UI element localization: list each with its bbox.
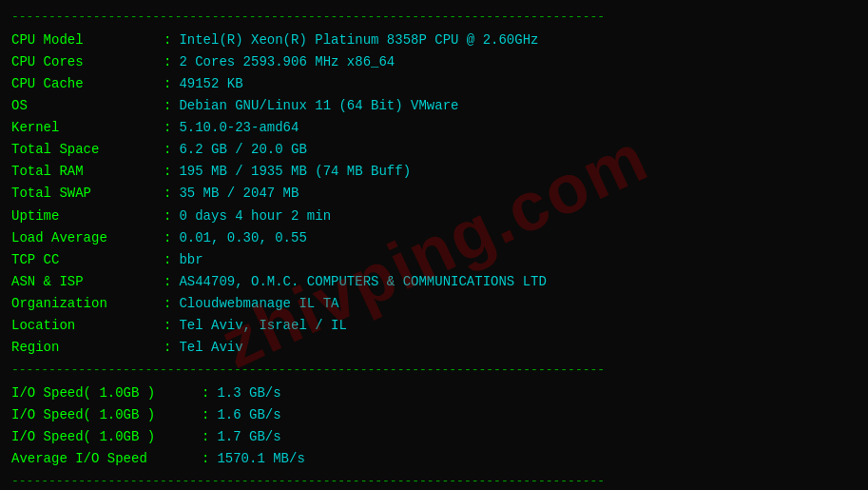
- table-row: TCP CC: bbr: [11, 249, 857, 271]
- row-colon: :: [164, 315, 171, 337]
- row-value: Tel Aviv: [179, 337, 242, 359]
- table-row: ASN & ISP: AS44709, O.M.C. COMPUTERS & C…: [11, 271, 857, 293]
- row-label: TCP CC: [11, 249, 164, 271]
- table-row: Load Average: 0.01, 0.30, 0.55: [11, 227, 857, 249]
- row-colon: :: [164, 51, 171, 73]
- row-value: bbr: [179, 249, 203, 271]
- table-row: Total RAM: 195 MB / 1935 MB (74 MB Buff): [11, 161, 857, 183]
- row-label: Average I/O Speed: [11, 448, 202, 470]
- row-colon: :: [202, 404, 209, 426]
- table-row: Uptime: 0 days 4 hour 2 min: [11, 206, 857, 227]
- row-value: 0.01, 0.30, 0.55: [179, 227, 306, 249]
- row-value: 35 MB / 2047 MB: [179, 183, 299, 205]
- table-row: I/O Speed( 1.0GB ): 1.6 GB/s: [11, 404, 857, 426]
- table-row: Region: Tel Aviv: [11, 337, 857, 359]
- row-label: Region: [11, 337, 164, 359]
- top-divider: ----------------------------------------…: [11, 8, 857, 28]
- row-colon: :: [164, 337, 171, 359]
- row-label: Uptime: [11, 206, 164, 227]
- row-label: Location: [11, 315, 164, 337]
- row-colon: :: [164, 206, 171, 227]
- table-row: Location: Tel Aviv, Israel / IL: [11, 315, 857, 337]
- table-row: I/O Speed( 1.0GB ): 1.7 GB/s: [11, 426, 857, 448]
- row-label: Load Average: [11, 227, 164, 249]
- row-value: AS44709, O.M.C. COMPUTERS & COMMUNICATIO…: [179, 271, 546, 293]
- row-value: 195 MB / 1935 MB (74 MB Buff): [179, 161, 411, 183]
- row-colon: :: [164, 293, 171, 315]
- row-value: 1.6 GB/s: [217, 404, 280, 426]
- row-value: Cloudwebmanage IL TA: [179, 293, 338, 315]
- row-colon: :: [202, 426, 209, 448]
- row-colon: :: [164, 139, 171, 161]
- table-row: OS: Debian GNU/Linux 11 (64 Bit) VMware: [11, 95, 857, 117]
- row-label: I/O Speed( 1.0GB ): [11, 404, 202, 426]
- mid-divider: ----------------------------------------…: [11, 361, 857, 381]
- row-colon: :: [164, 73, 171, 95]
- row-value: 1.7 GB/s: [217, 426, 280, 448]
- row-value: 6.2 GB / 20.0 GB: [179, 139, 306, 161]
- row-colon: :: [202, 382, 209, 404]
- row-value: 49152 KB: [179, 73, 242, 95]
- row-value: Tel Aviv, Israel / IL: [179, 315, 346, 337]
- table-row: Total SWAP: 35 MB / 2047 MB: [11, 183, 857, 205]
- terminal-window: zhivping.com ---------------------------…: [0, 0, 868, 490]
- row-value: 1.3 GB/s: [217, 382, 280, 404]
- row-label: OS: [11, 95, 164, 117]
- table-row: CPU Cache: 49152 KB: [11, 73, 857, 95]
- row-value: Intel(R) Xeon(R) Platinum 8358P CPU @ 2.…: [179, 29, 538, 51]
- row-label: CPU Cache: [11, 73, 164, 95]
- table-row: Organization: Cloudwebmanage IL TA: [11, 293, 857, 315]
- bottom-divider: ----------------------------------------…: [11, 472, 857, 490]
- row-colon: :: [164, 161, 171, 183]
- row-label: Total Space: [11, 139, 164, 161]
- table-row: CPU Cores: 2 Cores 2593.906 MHz x86_64: [11, 51, 857, 73]
- row-label: CPU Cores: [11, 51, 164, 73]
- row-label: I/O Speed( 1.0GB ): [11, 382, 202, 404]
- row-value: 2 Cores 2593.906 MHz x86_64: [179, 51, 395, 73]
- table-row: Kernel: 5.10.0-23-amd64: [11, 117, 857, 139]
- row-label: I/O Speed( 1.0GB ): [11, 426, 202, 448]
- row-colon: :: [164, 95, 171, 117]
- row-colon: :: [164, 271, 171, 293]
- row-value: Debian GNU/Linux 11 (64 Bit) VMware: [179, 95, 458, 117]
- table-row: I/O Speed( 1.0GB ): 1.3 GB/s: [11, 382, 857, 404]
- row-label: Total RAM: [11, 161, 164, 183]
- system-info-section: CPU Model: Intel(R) Xeon(R) Platinum 835…: [11, 29, 857, 359]
- row-colon: :: [164, 249, 171, 271]
- table-row: CPU Model: Intel(R) Xeon(R) Platinum 835…: [11, 29, 857, 51]
- row-colon: :: [164, 227, 171, 249]
- row-label: Organization: [11, 293, 164, 315]
- row-label: Kernel: [11, 117, 164, 139]
- row-colon: :: [164, 183, 171, 205]
- row-label: CPU Model: [11, 29, 164, 51]
- row-colon: :: [202, 448, 209, 470]
- row-label: ASN & ISP: [11, 271, 164, 293]
- table-row: Total Space: 6.2 GB / 20.0 GB: [11, 139, 857, 161]
- row-label: Total SWAP: [11, 183, 164, 205]
- table-row: Average I/O Speed: 1570.1 MB/s: [11, 448, 857, 470]
- row-colon: :: [164, 117, 171, 139]
- io-section: I/O Speed( 1.0GB ): 1.3 GB/sI/O Speed( 1…: [11, 382, 857, 470]
- row-colon: :: [164, 29, 171, 51]
- row-value: 5.10.0-23-amd64: [179, 117, 299, 139]
- row-value: 0 days 4 hour 2 min: [179, 206, 331, 227]
- row-value: 1570.1 MB/s: [217, 448, 304, 470]
